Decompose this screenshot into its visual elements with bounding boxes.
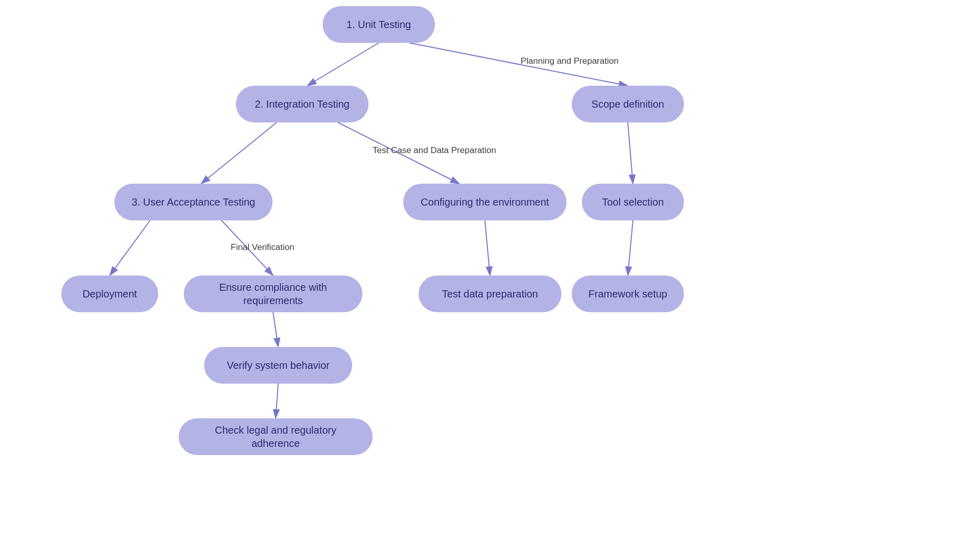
- svg-line-8: [276, 384, 278, 418]
- label-final-verification: Final Verification: [231, 242, 295, 253]
- svg-line-1: [307, 43, 379, 86]
- node-deployment[interactable]: Deployment: [61, 276, 158, 312]
- node-user-acceptance-testing[interactable]: 3. User Acceptance Testing: [114, 184, 273, 220]
- node-framework-setup[interactable]: Framework setup: [572, 276, 684, 312]
- svg-line-10: [628, 122, 633, 184]
- diagram-container: Planning and Preparation Test Case and D…: [0, 0, 980, 551]
- svg-line-11: [628, 220, 633, 276]
- node-unit-testing[interactable]: 1. Unit Testing: [323, 6, 435, 43]
- svg-line-5: [110, 220, 150, 276]
- label-test-case: Test Case and Data Preparation: [373, 145, 496, 156]
- node-configuring-env[interactable]: Configuring the environment: [403, 184, 567, 220]
- node-test-data-prep[interactable]: Test data preparation: [419, 276, 561, 312]
- node-ensure-compliance[interactable]: Ensure compliance with requirements: [184, 276, 362, 312]
- svg-line-9: [485, 220, 490, 276]
- svg-line-3: [201, 122, 277, 184]
- node-integration-testing[interactable]: 2. Integration Testing: [236, 86, 369, 122]
- label-planning: Planning and Preparation: [521, 56, 619, 66]
- node-check-legal[interactable]: Check legal and regulatory adherence: [179, 418, 373, 455]
- node-tool-selection[interactable]: Tool selection: [582, 184, 684, 220]
- svg-line-7: [273, 312, 278, 347]
- node-verify-system[interactable]: Verify system behavior: [204, 347, 352, 384]
- node-scope-definition[interactable]: Scope definition: [572, 86, 684, 122]
